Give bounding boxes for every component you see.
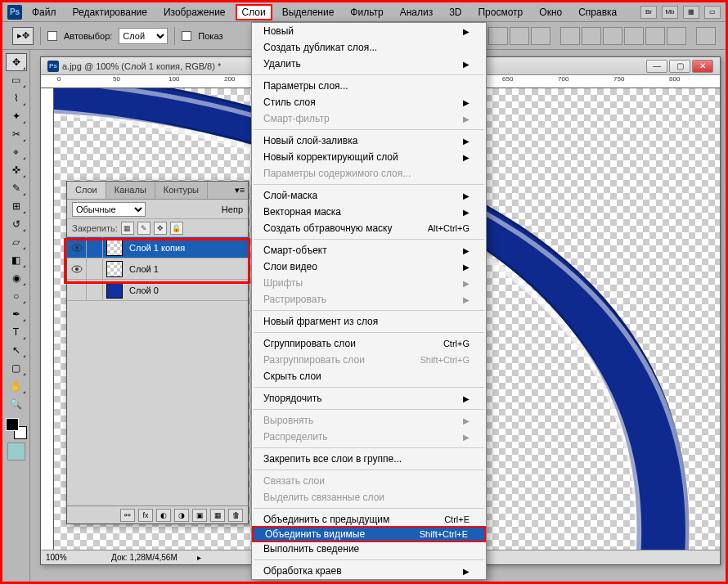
layer-name[interactable]: Слой 0 — [126, 285, 248, 295]
lock-position-icon[interactable]: ✥ — [154, 222, 167, 235]
layer-name[interactable]: Слой 1 копия — [126, 243, 248, 253]
zoom-level[interactable]: 100% — [46, 553, 95, 562]
move-tool-preset[interactable]: ▸✥ — [12, 27, 34, 45]
menu-item[interactable]: Объединить видимыеShift+Ctrl+E — [252, 526, 486, 542]
eyedrop-tool[interactable]: ⌖ — [6, 143, 27, 161]
menu-item[interactable]: Слой-маска▶ — [252, 187, 486, 204]
visibility-eye-icon[interactable] — [67, 280, 87, 300]
layer-fx-icon[interactable]: fx — [138, 509, 153, 522]
link-layers-icon[interactable]: ⚯ — [120, 509, 135, 522]
menu-item[interactable]: Новый▶ — [252, 23, 486, 39]
auto-align-btn[interactable] — [696, 27, 716, 45]
gradient-tool[interactable]: ◧ — [6, 251, 27, 269]
zoom-tool[interactable]: 🔍 — [6, 395, 27, 413]
menu-окно[interactable]: Окно — [533, 4, 568, 20]
distribute-btn[interactable] — [603, 27, 622, 45]
rect-tool[interactable]: ▢ — [6, 359, 27, 377]
pen-tool[interactable]: ✒ — [6, 305, 27, 323]
eraser-tool[interactable]: ▱ — [6, 233, 27, 251]
link-cell[interactable] — [87, 280, 103, 300]
tab-channels[interactable]: Каналы — [106, 182, 155, 199]
move-tool[interactable]: ✥ — [6, 53, 27, 71]
menu-item[interactable]: Слои видео▶ — [252, 258, 486, 275]
layer-row[interactable]: Слой 0 — [67, 280, 248, 301]
type-tool[interactable]: T — [6, 323, 27, 341]
distribute-btn[interactable] — [667, 27, 686, 45]
menu-редактирование[interactable]: Редактирование — [66, 4, 154, 20]
distribute-btn[interactable] — [582, 27, 601, 45]
dodge-tool[interactable]: ○ — [6, 287, 27, 305]
new-layer-icon[interactable]: ▦ — [210, 509, 225, 522]
link-cell[interactable] — [87, 237, 103, 258]
blur-tool[interactable]: ◉ — [6, 269, 27, 287]
visibility-eye-icon[interactable] — [67, 237, 87, 258]
menu-слои[interactable]: Слои — [236, 4, 272, 20]
lock-transparent-icon[interactable]: ▦ — [121, 222, 134, 235]
auto-select-target[interactable]: Слой — [119, 28, 168, 44]
hand-tool[interactable]: ✋ — [6, 377, 27, 395]
lasso-tool[interactable]: ⌇ — [6, 89, 27, 107]
menu-item[interactable]: Закрепить все слои в группе... — [252, 451, 486, 467]
screenmode-icon[interactable]: ▭ — [704, 6, 721, 19]
quickmask-toggle[interactable] — [7, 442, 25, 460]
wand-tool[interactable]: ✦ — [6, 107, 27, 125]
menu-анализ[interactable]: Анализ — [393, 4, 440, 20]
stamp-tool[interactable]: ⊞ — [6, 197, 27, 215]
menu-item[interactable]: Обработка краев▶ — [252, 563, 486, 579]
menu-изображение[interactable]: Изображение — [157, 4, 232, 20]
distribute-btn[interactable] — [624, 27, 644, 45]
menu-справка[interactable]: Справка — [572, 4, 623, 20]
brush-tool[interactable]: ✎ — [6, 179, 27, 197]
menu-выделение[interactable]: Выделение — [276, 4, 341, 20]
layer-row[interactable]: Слой 1 копия — [67, 237, 248, 258]
marquee-tool[interactable]: ▭ — [6, 71, 27, 89]
link-cell[interactable] — [87, 258, 103, 279]
minimize-button[interactable]: — — [646, 60, 667, 73]
fg-color[interactable] — [6, 418, 19, 431]
heal-tool[interactable]: ✜ — [6, 161, 27, 179]
visibility-eye-icon[interactable] — [67, 258, 87, 279]
distribute-btn[interactable] — [645, 27, 665, 45]
close-button[interactable]: ✕ — [692, 60, 713, 73]
distribute-btn[interactable] — [560, 27, 580, 45]
layers-panel[interactable]: Слои Каналы Контуры ▾≡ Обычные Непр Закр… — [66, 181, 249, 524]
show-transform-checkbox[interactable] — [182, 31, 191, 41]
menu-item[interactable]: Новый фрагмент из слоя — [252, 313, 486, 330]
menu-item[interactable]: Сгруппировать слоиCtrl+G — [252, 335, 486, 352]
menu-item[interactable]: Стиль слоя▶ — [252, 94, 486, 110]
menu-фильтр[interactable]: Фильтр — [344, 4, 389, 20]
menu-item[interactable]: Упорядочить▶ — [252, 390, 486, 407]
history-brush-tool[interactable]: ↺ — [6, 215, 27, 233]
trash-icon[interactable]: 🗑 — [228, 509, 243, 522]
fill-layer-icon[interactable]: ◑ — [174, 509, 189, 522]
menu-item[interactable]: Объединить с предыдущимCtrl+E — [252, 511, 486, 528]
menu-item[interactable]: Параметры слоя... — [252, 78, 486, 94]
layer-thumbnail[interactable] — [106, 240, 123, 256]
layer-thumbnail[interactable] — [106, 282, 123, 299]
lock-paint-icon[interactable]: ✎ — [137, 222, 151, 235]
panel-menu-icon[interactable]: ▾≡ — [231, 182, 248, 199]
menu-файл[interactable]: Файл — [25, 4, 63, 20]
tab-paths[interactable]: Контуры — [155, 182, 208, 199]
ruler-vertical[interactable] — [41, 88, 54, 550]
menu-item[interactable]: Создать дубликат слоя... — [252, 39, 486, 56]
menu-item[interactable]: Выполнить сведение — [252, 541, 486, 557]
crop-tool[interactable]: ✂ — [6, 125, 27, 143]
menu-просмотр[interactable]: Просмотр — [471, 4, 529, 20]
menu-item[interactable]: Смарт-объект▶ — [252, 242, 486, 258]
lock-all-icon[interactable]: 🔒 — [170, 222, 183, 235]
minibridge-icon[interactable]: Mb — [662, 6, 678, 19]
blend-mode-select[interactable]: Обычные — [72, 202, 146, 217]
arrange-icon[interactable]: ▦ — [683, 6, 699, 19]
bridge-icon[interactable]: Br — [640, 6, 657, 19]
layer-row[interactable]: Слой 1 — [67, 258, 248, 280]
align-btn[interactable] — [510, 27, 529, 45]
path-tool[interactable]: ↖ — [6, 341, 27, 359]
menu-item[interactable]: Создать обтравочную маскуAlt+Ctrl+G — [252, 220, 486, 236]
menu-3d[interactable]: 3D — [443, 4, 468, 20]
maximize-button[interactable]: ▢ — [669, 60, 690, 73]
menu-item[interactable]: Удалить▶ — [252, 56, 486, 72]
color-swatches[interactable] — [6, 418, 27, 439]
tab-layers[interactable]: Слои — [67, 182, 106, 199]
align-btn[interactable] — [488, 27, 508, 45]
